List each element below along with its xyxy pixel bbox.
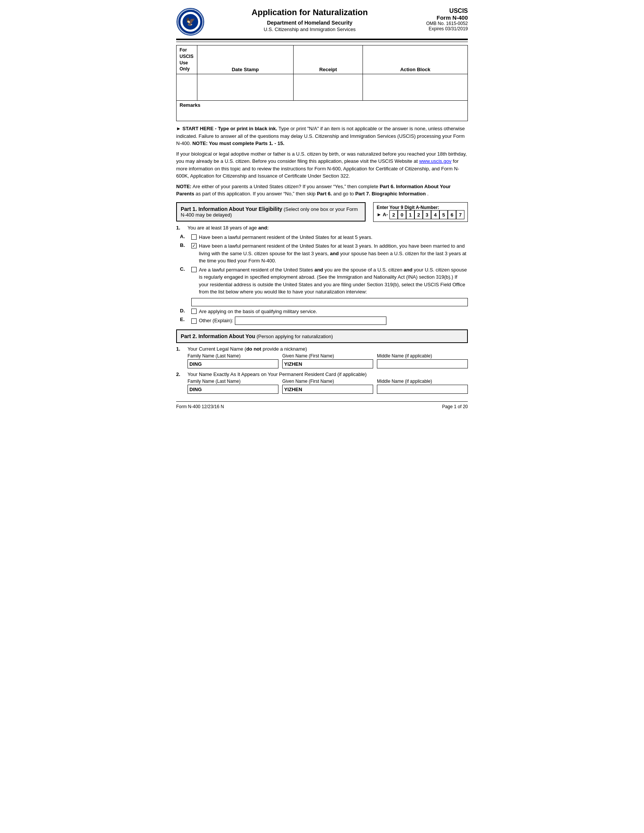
p2q2-name-fields: Family Name (Last Name) Given Name (Firs… [188, 379, 468, 394]
part1-item-a: A. Have been a lawful permanent resident… [176, 234, 468, 241]
p2q1-name-fields: Family Name (Last Name) Given Name (Firs… [188, 353, 468, 368]
item-e-content: Other (Explain): [191, 317, 468, 325]
arrow-icon: ► [176, 126, 182, 131]
middle-name-group-1: Middle Name (if applicable) [377, 353, 468, 368]
item-e-label: Other (Explain): [199, 317, 233, 325]
item-d-text: Are applying on the basis of qualifying … [199, 308, 317, 315]
uscis-label-spacer [177, 74, 197, 101]
part2-q1: 1. Your Current Legal Name (do not provi… [176, 346, 468, 368]
p2q1-label: Your Current Legal Name (do not provide … [188, 346, 307, 352]
item-e-explain-input[interactable] [235, 317, 386, 325]
item-a-letter: A. [180, 234, 191, 239]
agency-name: Department of Homeland Security [212, 20, 407, 26]
item-c-letter: C. [180, 266, 191, 272]
q1-text: You are at least 18 years of age [188, 225, 258, 231]
remarks-cell: Remarks [177, 101, 468, 121]
form-title: Application for Naturalization [212, 8, 407, 18]
middle-name-input-2[interactable] [377, 385, 468, 394]
part7-bold: Part 7. Biographic Information [355, 191, 426, 196]
item-a-checkbox[interactable] [191, 234, 196, 240]
part2-q2: 2. Your Name Exactly As It Appears on Yo… [176, 371, 468, 394]
item-c-content: Are a lawful permanent resident of the U… [191, 266, 468, 306]
para3-mid: as part of this application. If you answ… [195, 191, 317, 196]
item-d-letter: D. [180, 308, 191, 314]
para2: If your biological or legal adoptive mot… [176, 150, 468, 180]
item-c-field-office-input[interactable] [191, 298, 468, 306]
note-bold: NOTE: You must complete Parts 1. - 15. [192, 140, 285, 146]
family-name-input-1[interactable] [188, 359, 279, 368]
header: 🦅 Application for Naturalization Departm… [176, 8, 468, 37]
receipt-cell [293, 74, 362, 101]
part1-questions: 1. You are at least 18 years of age and:… [176, 225, 468, 325]
given-name-input-1[interactable] [282, 359, 373, 368]
action-block-cell [363, 74, 468, 101]
family-name-group-1: Family Name (Last Name) [188, 353, 279, 368]
svg-text:🦅: 🦅 [186, 17, 195, 26]
p2q2-content: Your Name Exactly As It Appears on Your … [188, 371, 468, 394]
given-name-group-1: Given Name (First Name) [282, 353, 373, 368]
para1: ► START HERE - Type or print in black in… [176, 125, 468, 147]
p2q2-number: 2. [176, 371, 188, 377]
item-c-checkbox[interactable] [191, 267, 196, 272]
uscis-link[interactable]: www.uscis.gov [419, 158, 451, 164]
a-digit-6[interactable]: 5 [440, 210, 448, 219]
part2-box: Part 2. Information About You (Person ap… [176, 330, 468, 343]
item-e-checkbox[interactable] [191, 318, 196, 324]
part2-title-bold: Part 2. Information About You [181, 333, 255, 339]
part6-ref: Part 6. [317, 191, 332, 196]
a-digit-4[interactable]: 3 [423, 210, 431, 219]
a-digit-8[interactable]: 7 [456, 210, 464, 219]
date-stamp-cell [197, 74, 294, 101]
item-b-checkbox[interactable] [191, 243, 196, 248]
header-divider-thick [176, 39, 468, 40]
p2q1-number: 1. [176, 346, 188, 352]
family-name-input-2[interactable] [188, 385, 279, 394]
header-divider-thin [176, 42, 468, 42]
q1-content: You are at least 18 years of age and: [188, 225, 468, 231]
family-name-label-2: Family Name (Last Name) [188, 379, 279, 384]
a-digit-1[interactable]: 0 [398, 210, 406, 219]
p2q1-content: Your Current Legal Name (do not provide … [188, 346, 468, 368]
part1-title-bold: Part 1. Information About Your Eligibili… [181, 206, 282, 212]
a-digit-5[interactable]: 4 [431, 210, 440, 219]
part1-item-c: C. Are a lawful permanent resident of th… [176, 266, 468, 306]
family-name-label-1: Family Name (Last Name) [188, 353, 279, 359]
item-b-content: Have been a lawful permanent resident of… [191, 242, 468, 265]
a-digit-7[interactable]: 6 [448, 210, 456, 219]
start-here-bold: START HERE - Type or print in black ink. [182, 126, 277, 131]
uscis-label: USCIS [415, 8, 468, 14]
item-d-checkbox[interactable] [191, 309, 196, 314]
family-name-group-2: Family Name (Last Name) [188, 379, 279, 394]
a-digit-0[interactable]: 2 [390, 210, 398, 219]
note2-bold: NOTE: [176, 183, 191, 189]
item-b-text: Have been a lawful permanent resident of… [199, 242, 468, 265]
uscis-logo: 🦅 [176, 8, 204, 37]
header-center: Application for Naturalization Departmen… [204, 8, 415, 32]
page-footer: Form N-400 12/23/16 N Page 1 of 20 [176, 401, 468, 409]
para3-text: Are either of your parents a United Stat… [192, 183, 380, 189]
date-stamp-header: Date Stamp [197, 45, 294, 74]
item-e-letter: E. [180, 317, 191, 322]
para3: NOTE: Are either of your parents a Unite… [176, 183, 468, 198]
footer-right: Page 1 of 20 [442, 404, 468, 409]
a-digit-2[interactable]: 1 [406, 210, 414, 219]
middle-name-label-1: Middle Name (if applicable) [377, 353, 468, 359]
given-name-group-2: Given Name (First Name) [282, 379, 373, 394]
a-number-label: Enter Your 9 Digit A-Number: [377, 205, 464, 210]
a-digit-3[interactable]: 2 [414, 210, 423, 219]
part1-item-b: B. Have been a lawful permanent resident… [176, 242, 468, 265]
q1-bold: and: [258, 225, 269, 231]
header-right: USCIS Form N-400 OMB No. 1615-0052 Expir… [415, 8, 468, 31]
remarks-label: Remarks [180, 102, 200, 108]
part1-header-row: Part 1. Information About Your Eligibili… [176, 202, 468, 222]
question-1: 1. You are at least 18 years of age and: [176, 225, 468, 231]
para3-end: and go to [333, 191, 355, 196]
expiry-date: Expires 03/31/2019 [415, 26, 468, 31]
middle-name-group-2: Middle Name (if applicable) [377, 379, 468, 394]
part1-item-e: E. Other (Explain): [176, 317, 468, 325]
omb-number: OMB No. 1615-0052 [415, 21, 468, 26]
middle-name-input-1[interactable] [377, 359, 468, 368]
given-name-input-2[interactable] [282, 385, 373, 394]
item-c-text: Are a lawful permanent resident of the U… [199, 266, 468, 296]
item-a-content: Have been a lawful permanent resident of… [191, 234, 468, 241]
